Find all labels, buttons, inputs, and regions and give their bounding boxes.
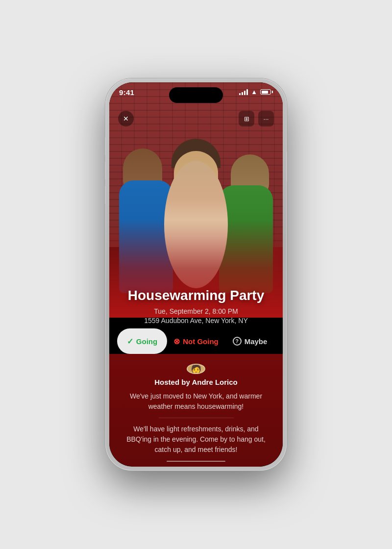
- event-location: 1559 Audubon Ave, New York, NY: [119, 317, 273, 324]
- not-going-icon: ⊗: [173, 337, 180, 346]
- screen: 9:41 ▲: [109, 82, 283, 467]
- event-details: Housewarming Party Tue, September 2, 8:0…: [109, 288, 283, 324]
- divider: [159, 418, 234, 418]
- maybe-icon: ?: [233, 337, 242, 346]
- not-going-button[interactable]: ⊗ Not Going: [171, 328, 221, 354]
- more-icon: ···: [264, 115, 269, 123]
- battery-icon: [260, 89, 273, 95]
- going-label: Going: [136, 337, 157, 346]
- not-going-label: Not Going: [183, 337, 218, 346]
- going-check-icon: ✓: [127, 337, 133, 346]
- host-avatar-emoji: 🧑: [191, 364, 201, 374]
- home-indicator[interactable]: [167, 461, 225, 462]
- maybe-button[interactable]: ? Maybe: [225, 328, 275, 354]
- calendar-icon-button[interactable]: ⊞: [239, 111, 254, 126]
- dynamic-island: [169, 87, 223, 103]
- event-title: Housewarming Party: [119, 288, 273, 303]
- calendar-icon: ⊞: [244, 115, 249, 123]
- close-button[interactable]: ✕: [118, 111, 134, 126]
- signal-icon: [239, 89, 248, 95]
- rsvp-row: ✓ Going ⊗ Not Going ? Maybe: [109, 328, 283, 354]
- more-options-button[interactable]: ···: [258, 111, 274, 126]
- event-info-panel: 🧑 Hosted by Andre Lorico We've just move…: [109, 354, 283, 467]
- going-button[interactable]: ✓ Going: [117, 328, 167, 354]
- maybe-label: Maybe: [245, 337, 268, 346]
- status-time: 9:41: [119, 88, 134, 97]
- host-name: Hosted by Andre Lorico: [154, 378, 237, 386]
- event-datetime: Tue, September 2, 8:00 PM: [119, 307, 273, 315]
- host-description-1: We've just moved to New York, and warmer…: [121, 391, 271, 412]
- phone-frame: 9:41 ▲: [105, 78, 287, 471]
- status-icons: ▲: [239, 88, 273, 96]
- host-avatar: 🧑: [187, 364, 205, 374]
- host-name-value: Andre Lorico: [192, 378, 237, 386]
- phone-screen: 9:41 ▲: [109, 82, 283, 467]
- host-description-2: We'll have light refreshments, drinks, a…: [121, 424, 271, 455]
- wifi-icon: ▲: [251, 88, 257, 96]
- top-right-actions: ⊞ ···: [239, 111, 274, 126]
